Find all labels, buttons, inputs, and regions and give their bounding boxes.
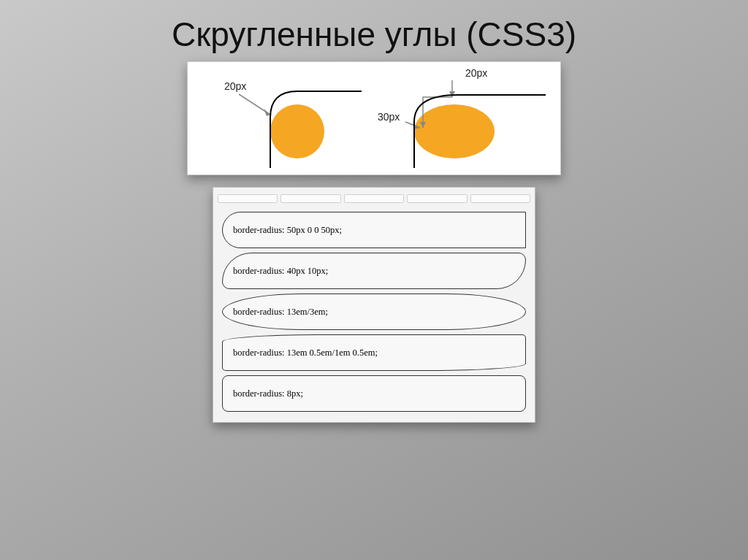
example-code: border-radius: 13em 0.5em/1em 0.5em; <box>233 348 378 358</box>
arrowhead-icon <box>264 109 270 116</box>
toolbar-button <box>407 194 467 203</box>
toolbar-button <box>280 194 340 203</box>
arrowhead-icon <box>449 91 455 97</box>
slide: Скругленные углы (CSS3) 20px 20px 30px <box>0 15 748 560</box>
example-code: border-radius: 50px 0 0 50px; <box>233 225 342 236</box>
border-radius-example: border-radius: 13em 0.5em/1em 0.5em; <box>222 334 526 371</box>
example-code: border-radius: 40px 10px; <box>233 266 328 277</box>
toolbar-button <box>344 194 404 203</box>
border-radius-example: border-radius: 8px; <box>222 375 526 412</box>
border-radius-example: border-radius: 13em/3em; <box>222 294 526 330</box>
example-code: border-radius: 8px; <box>233 388 303 399</box>
faux-toolbar <box>213 192 535 207</box>
border-radius-example: border-radius: 50px 0 0 50px; <box>222 212 526 248</box>
toolbar-button <box>218 194 278 203</box>
example-code: border-radius: 13em/3em; <box>233 307 328 318</box>
left-radius-label: 20px <box>224 80 246 92</box>
radius-diagram-svg: 20px 20px 30px <box>188 62 560 172</box>
right-side-radius-label: 30px <box>378 111 400 123</box>
page-title: Скругленные углы (CSS3) <box>0 15 748 54</box>
diagram-panel: 20px 20px 30px <box>187 61 561 175</box>
toolbar-button <box>470 194 530 203</box>
ellipse-icon <box>414 104 495 158</box>
circle-icon <box>270 104 324 158</box>
border-radius-example: border-radius: 40px 10px; <box>222 253 526 289</box>
examples-panel: border-radius: 50px 0 0 50px; border-rad… <box>213 187 535 423</box>
right-top-radius-label: 20px <box>465 67 487 79</box>
